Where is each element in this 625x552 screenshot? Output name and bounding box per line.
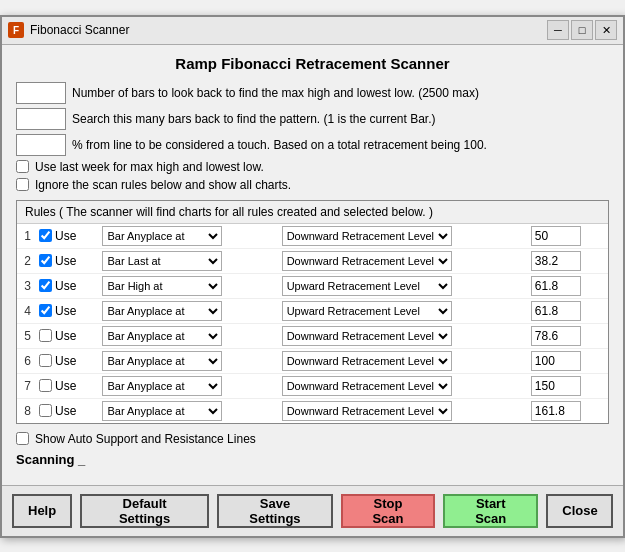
maximize-button[interactable]: □ (571, 20, 593, 40)
rule-bar-type-cell: Bar Anyplace atBar Last atBar High atBar… (98, 224, 277, 249)
rule-bar-type-select[interactable]: Bar Anyplace atBar Last atBar High atBar… (102, 351, 222, 371)
rule-bar-type-cell: Bar Anyplace atBar Last atBar High atBar… (98, 298, 277, 323)
close-button[interactable]: Close (546, 494, 613, 528)
rule-bar-type-select[interactable]: Bar Anyplace atBar Last atBar High atBar… (102, 301, 222, 321)
table-row: 6UseBar Anyplace atBar Last atBar High a… (17, 348, 608, 373)
rule-use-cell: Use (35, 398, 98, 423)
rule-value-cell (527, 298, 608, 323)
ignore-scan-checkbox[interactable] (16, 178, 29, 191)
table-row: 7UseBar Anyplace atBar Last atBar High a… (17, 373, 608, 398)
rule-level-type-select[interactable]: Downward Retracement LevelUpward Retrace… (282, 376, 452, 396)
rule-bar-type-select[interactable]: Bar Anyplace atBar Last atBar High atBar… (102, 376, 222, 396)
rule-use-cell: Use (35, 224, 98, 249)
bars-lookback-label: Number of bars to look back to find the … (72, 86, 479, 100)
stop-scan-button[interactable]: Stop Scan (341, 494, 435, 528)
help-button[interactable]: Help (12, 494, 72, 528)
rule-use-checkbox[interactable] (39, 329, 52, 342)
default-settings-button[interactable]: Default Settings (80, 494, 209, 528)
rule-use-label: Use (55, 354, 76, 368)
rule-use-cell: Use (35, 248, 98, 273)
title-bar: F Fibonacci Scanner ─ □ ✕ (2, 17, 623, 45)
rules-table: 1UseBar Anyplace atBar Last atBar High a… (17, 224, 608, 423)
rule-level-type-select[interactable]: Downward Retracement LevelUpward Retrace… (282, 226, 452, 246)
rule-bar-type-select[interactable]: Bar Anyplace atBar Last atBar High atBar… (102, 326, 222, 346)
save-settings-button[interactable]: Save Settings (217, 494, 333, 528)
rule-number: 7 (17, 373, 35, 398)
rule-level-type-cell: Downward Retracement LevelUpward Retrace… (278, 248, 527, 273)
auto-support-row: Show Auto Support and Resistance Lines (16, 432, 609, 446)
rule-value-input[interactable] (531, 376, 581, 396)
use-last-week-row: Use last week for max high and lowest lo… (16, 160, 609, 174)
rule-bar-type-cell: Bar Anyplace atBar Last atBar High atBar… (98, 248, 277, 273)
rule-bar-type-cell: Bar Anyplace atBar Last atBar High atBar… (98, 398, 277, 423)
rule-level-type-cell: Downward Retracement LevelUpward Retrace… (278, 323, 527, 348)
auto-support-label: Show Auto Support and Resistance Lines (35, 432, 256, 446)
rule-value-cell (527, 398, 608, 423)
rule-value-cell (527, 273, 608, 298)
title-bar-text: Fibonacci Scanner (30, 23, 547, 37)
rule-value-input[interactable] (531, 301, 581, 321)
rule-bar-type-select[interactable]: Bar Anyplace atBar Last atBar High atBar… (102, 401, 222, 421)
content-area: Ramp Fibonacci Retracement Scanner 2500 … (2, 45, 623, 485)
rule-use-label: Use (55, 254, 76, 268)
rule-use-label: Use (55, 229, 76, 243)
rule-use-cell: Use (35, 273, 98, 298)
rule-use-checkbox[interactable] (39, 254, 52, 267)
rule-number: 2 (17, 248, 35, 273)
bottom-bar: Help Default Settings Save Settings Stop… (2, 485, 623, 536)
rule-use-checkbox[interactable] (39, 404, 52, 417)
use-last-week-checkbox[interactable] (16, 160, 29, 173)
search-bars-label: Search this many bars back to find the p… (72, 112, 436, 126)
rule-level-type-cell: Downward Retracement LevelUpward Retrace… (278, 398, 527, 423)
rule-level-type-select[interactable]: Downward Retracement LevelUpward Retrace… (282, 251, 452, 271)
table-row: 8UseBar Anyplace atBar Last atBar High a… (17, 398, 608, 423)
close-window-button[interactable]: ✕ (595, 20, 617, 40)
rule-number: 1 (17, 224, 35, 249)
pct-input[interactable]: 2 (16, 134, 66, 156)
rule-value-input[interactable] (531, 351, 581, 371)
rules-header: Rules ( The scanner will find charts for… (17, 201, 608, 224)
rule-bar-type-select[interactable]: Bar Anyplace atBar Last atBar High atBar… (102, 276, 222, 296)
rule-value-input[interactable] (531, 226, 581, 246)
table-row: 1UseBar Anyplace atBar Last atBar High a… (17, 224, 608, 249)
rule-use-label: Use (55, 304, 76, 318)
rule-use-cell: Use (35, 323, 98, 348)
rule-value-cell (527, 323, 608, 348)
search-bars-input[interactable]: 5 (16, 108, 66, 130)
rule-level-type-select[interactable]: Downward Retracement LevelUpward Retrace… (282, 326, 452, 346)
pct-label: % from line to be considered a touch. Ba… (72, 138, 487, 152)
rule-level-type-select[interactable]: Downward Retracement LevelUpward Retrace… (282, 351, 452, 371)
table-row: 3UseBar Anyplace atBar Last atBar High a… (17, 273, 608, 298)
rule-use-checkbox[interactable] (39, 304, 52, 317)
rule-bar-type-select[interactable]: Bar Anyplace atBar Last atBar High atBar… (102, 226, 222, 246)
use-last-week-label: Use last week for max high and lowest lo… (35, 160, 264, 174)
rule-number: 6 (17, 348, 35, 373)
rule-bar-type-cell: Bar Anyplace atBar Last atBar High atBar… (98, 273, 277, 298)
rule-level-type-cell: Downward Retracement LevelUpward Retrace… (278, 348, 527, 373)
rule-use-checkbox[interactable] (39, 229, 52, 242)
rule-level-type-select[interactable]: Downward Retracement LevelUpward Retrace… (282, 301, 452, 321)
rule-use-checkbox[interactable] (39, 354, 52, 367)
start-scan-button[interactable]: Start Scan (443, 494, 538, 528)
bars-lookback-input[interactable]: 2500 (16, 82, 66, 104)
rule-level-type-cell: Downward Retracement LevelUpward Retrace… (278, 298, 527, 323)
rule-number: 8 (17, 398, 35, 423)
rule-use-checkbox[interactable] (39, 379, 52, 392)
minimize-button[interactable]: ─ (547, 20, 569, 40)
main-window: F Fibonacci Scanner ─ □ ✕ Ramp Fibonacci… (0, 15, 625, 538)
auto-support-checkbox[interactable] (16, 432, 29, 445)
rule-value-input[interactable] (531, 401, 581, 421)
rule-level-type-select[interactable]: Downward Retracement LevelUpward Retrace… (282, 401, 452, 421)
scanning-row: Scanning _ (16, 452, 609, 467)
rule-use-cell: Use (35, 298, 98, 323)
rule-value-input[interactable] (531, 251, 581, 271)
rule-bar-type-select[interactable]: Bar Anyplace atBar Last atBar High atBar… (102, 251, 222, 271)
rule-level-type-select[interactable]: Downward Retracement LevelUpward Retrace… (282, 276, 452, 296)
rule-use-checkbox[interactable] (39, 279, 52, 292)
rule-value-cell (527, 348, 608, 373)
ignore-scan-label: Ignore the scan rules below and show all… (35, 178, 291, 192)
rule-level-type-cell: Downward Retracement LevelUpward Retrace… (278, 373, 527, 398)
rule-value-input[interactable] (531, 276, 581, 296)
ignore-scan-row: Ignore the scan rules below and show all… (16, 178, 609, 192)
rule-value-input[interactable] (531, 326, 581, 346)
